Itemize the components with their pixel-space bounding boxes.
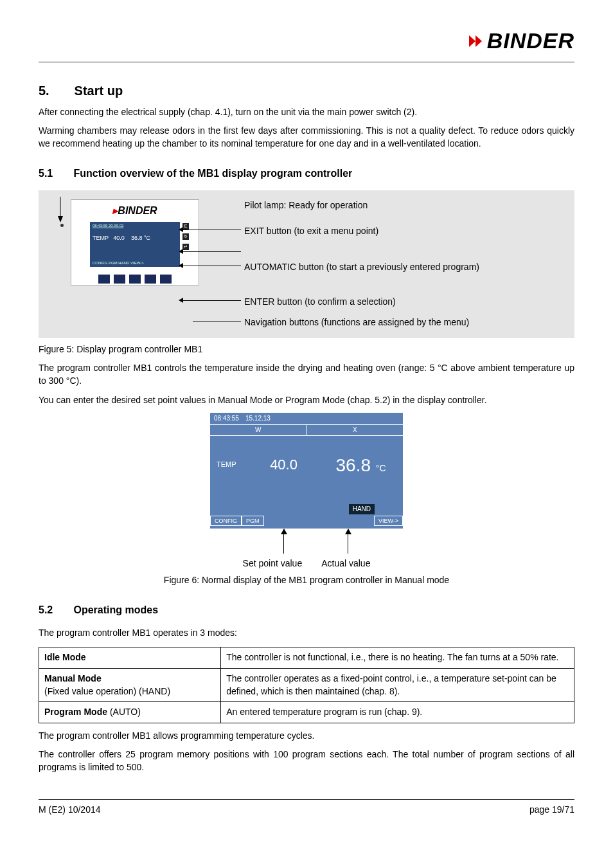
label-enter: ENTER button (to confirm a selection) [244,296,396,309]
figure-5: ▸BINDER 08:43:55 20.09.02 TEMP 40.0 36.8… [39,190,574,338]
label-nav: Navigation buttons (functions are assign… [244,316,469,329]
heading-text: Function overview of the MB1 display pro… [73,168,352,179]
heading-num: 5. [39,82,71,100]
mini-bottom: CONFIG PGM HAND VIEW-> [93,260,177,266]
para-51-1: The program controller MB1 controls the … [39,362,574,387]
hand-badge: HAND [349,504,375,514]
ac-num: 36.8 [336,455,371,475]
modes-table: Idle Mode The controller is not function… [39,647,574,723]
heading-5-1: 5.1 Function overview of the MB1 display… [39,167,574,181]
mini-brand: BINDER [118,205,157,216]
header: BINDER [39,26,574,57]
leader-line [183,266,241,266]
pilot-lamp-icon [60,224,64,227]
leader-line [193,321,241,321]
config-btn: CONFIG [210,516,242,527]
mode-bold: Manual Mode [44,673,102,683]
arrow-icon [57,197,64,222]
setpoint-value: 40.0 [249,455,319,475]
brand-logo: BINDER [466,26,574,57]
nav-key [114,275,125,284]
pgm-btn: PGM [242,516,264,527]
mode-desc-cell: An entered temperature program is run (c… [221,702,574,723]
brand-text: BINDER [487,26,574,57]
arrow-stem [348,534,348,554]
heading-num: 5.2 [39,603,71,617]
para-51-2: You can enter the desired set point valu… [39,394,574,407]
mode-desc-cell: The controller is not functional, i.e., … [221,647,574,669]
para-52-1: The program controller MB1 allows progra… [39,730,574,743]
footer-right: page 19/71 [529,804,574,817]
arrow-icon [179,263,183,268]
mini-time: 08:43:55 20.09.02 [93,223,177,228]
arrow-icon [179,298,183,303]
screen-footer: CONFIG PGM VIEW-> [210,516,403,527]
label-auto: AUTOMATIC button (to start a previously … [244,261,479,274]
table-row: Program Mode (AUTO) An entered temperatu… [39,702,574,723]
heading-5: 5. Start up [39,82,574,100]
mini-logo: ▸BINDER [71,204,199,218]
logo-mark-icon [466,33,483,50]
leader-line [183,300,241,301]
mode-bold: Idle Mode [44,652,86,662]
screen-time: 08:43:55 [214,414,239,423]
heading-5-2: 5.2 Operating modes [39,603,574,617]
arrow-icon [179,249,183,254]
arrow-icon [179,227,183,232]
leader-line [183,230,241,230]
pointer-row [210,529,403,554]
actual-label: Actual value [321,557,370,570]
auto-button-icon: ↻ [182,233,189,240]
view-btn: VIEW-> [374,516,403,527]
actual-value: 36.8 °C [319,453,403,478]
ac-unit: °C [376,463,386,473]
heading-text: Start up [75,84,123,98]
arrow-up-icon [345,529,351,534]
mini-screen: 08:43:55 20.09.02 TEMP 40.0 36.8 °C CONF… [90,222,180,267]
para-5-1: After connecting the electrical supply (… [39,106,574,119]
para-52-2: The controller offers 25 program memory … [39,748,574,773]
pointer-labels: Set point value Actual value [243,557,371,570]
heading-num: 5.1 [39,167,71,181]
label-pilot: Pilot lamp: Ready for operation [244,199,368,212]
table-row: Manual Mode (Fixed value operation) (HAN… [39,668,574,701]
nav-key [129,275,141,284]
figure-6-caption: Figure 6: Normal display of the MB1 prog… [164,574,449,587]
mode-rest: (Fixed value operation) (HAND) [44,686,170,696]
mode-rest: (AUTO) [107,707,141,717]
pointer [281,529,287,554]
mode-name-cell: Idle Mode [39,647,221,669]
enter-button-icon: ↵ [182,244,189,250]
mode-bold: Program Mode [44,707,107,717]
table-row: Idle Mode The controller is not function… [39,647,574,669]
mini-temp-lbl: TEMP [93,235,109,241]
screen-body: TEMP 40.0 36.8 °C [210,436,403,494]
label-exit: EXIT button (to exit a menu point) [244,225,378,238]
x-label: X [306,425,404,435]
mode-name-cell: Program Mode (AUTO) [39,702,221,723]
nav-key [145,275,156,284]
w-label: W [210,425,306,435]
mode-name-cell: Manual Mode (Fixed value operation) (HAN… [39,668,221,701]
heading-text: Operating modes [73,604,158,615]
figure-5-caption: Figure 5: Display program controller MB1 [39,343,574,356]
leader-line [183,251,241,252]
screen-header: 08:43:55 15.12.13 [210,413,403,425]
mini-sp: 40.0 [113,235,125,241]
mini-ac: 36.8 °C [131,235,150,241]
pointer [345,529,351,554]
svg-marker-3 [58,216,63,222]
figure-6: 08:43:55 15.12.13 W X TEMP 40.0 36.8 °C … [39,413,574,586]
svg-marker-0 [469,35,475,47]
mode-desc-cell: The controller operates as a fixed-point… [221,668,574,701]
arrow-up-icon [281,529,287,534]
arrow-stem [283,534,284,554]
svg-marker-1 [475,35,482,47]
exit-button-icon: E [182,223,189,230]
page-footer: M (E2) 10/2014 page 19/71 [39,799,574,817]
screen-wx-row: W X [210,425,403,436]
nav-key [98,275,110,284]
para-5-2: Warming chambers may release odors in th… [39,125,574,150]
screen-date: 15.12.13 [245,414,271,423]
para-52-intro: The program controller MB1 operates in 3… [39,627,574,640]
